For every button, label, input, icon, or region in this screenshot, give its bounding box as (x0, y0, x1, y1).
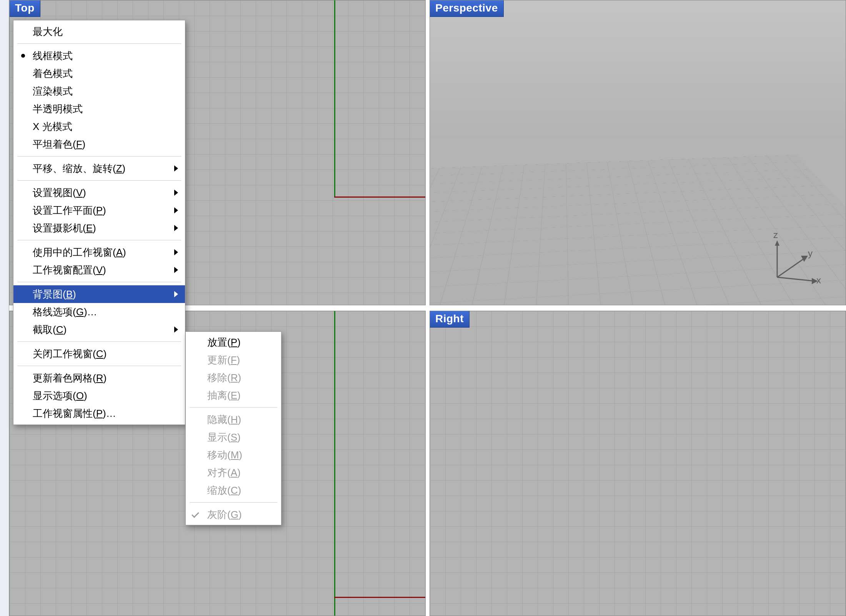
svg-marker-5 (801, 256, 808, 262)
radio-dot-icon (21, 54, 25, 58)
menu-flat-shade-label: 平坦着色(F) (33, 138, 178, 151)
menu-wireframe-label: 线框模式 (33, 49, 178, 63)
menu-ghosted-label: 半透明模式 (33, 102, 178, 116)
check-icon (192, 510, 199, 518)
gizmo-x-label: x (816, 275, 821, 286)
submenu-place-label: 放置(P) (207, 336, 274, 349)
gizmo-z-label: z (773, 230, 778, 240)
menu-grid-options[interactable]: 格线选项(G)… (13, 303, 185, 321)
background-bitmap-submenu: 放置(P) 更新(F) 移除(R) 抽离(E) 隐藏(H) 显示(S) 移动(M… (185, 331, 281, 525)
menu-set-view-label: 设置视图(V) (33, 186, 178, 200)
menu-xray[interactable]: X 光模式 (13, 118, 185, 135)
viewport-right[interactable]: Right (430, 311, 846, 616)
menu-ghosted[interactable]: 半透明模式 (13, 100, 185, 118)
menu-active-viewport[interactable]: 使用中的工作视窗(A) (13, 243, 185, 261)
submenu-update-label: 更新(F) (207, 353, 274, 367)
menu-close-viewport[interactable]: 关闭工作视窗(C) (13, 345, 185, 363)
submenu-show: 显示(S) (186, 428, 281, 446)
svg-line-2 (777, 277, 815, 281)
submenu-place[interactable]: 放置(P) (186, 333, 281, 351)
submenu-hide: 隐藏(H) (186, 411, 281, 428)
submenu-move: 移动(M) (186, 446, 281, 464)
menu-background-bitmap[interactable]: 背景图(B) (13, 285, 185, 303)
menu-sep-2 (17, 156, 181, 156)
axis-y-top (334, 0, 335, 196)
menu-maximize-label: 最大化 (33, 25, 178, 38)
menu-viewport-properties[interactable]: 工作视窗属性(P)… (13, 405, 185, 422)
menu-sep-5 (17, 282, 181, 282)
menu-shaded-label: 着色模式 (33, 67, 178, 80)
viewport-label-top-text: Top (15, 2, 35, 14)
submenu-move-label: 移动(M) (207, 448, 274, 462)
menu-maximize[interactable]: 最大化 (13, 23, 185, 40)
svg-line-4 (777, 258, 805, 277)
viewport-label-right-text: Right (435, 313, 464, 325)
submenu-remove-label: 移除(R) (207, 371, 274, 385)
menu-viewport-properties-label: 工作视窗属性(P)… (33, 407, 178, 420)
menu-refresh-shade-mesh[interactable]: 更新着色网格(R) (13, 369, 185, 387)
menu-sep-1 (17, 43, 181, 44)
menu-sep-3 (17, 180, 181, 181)
gizmo-y-label: y (808, 248, 813, 259)
submenu-scale: 缩放(C) (186, 481, 281, 499)
menu-display-options[interactable]: 显示选项(O) (13, 387, 185, 405)
menu-display-options-label: 显示选项(O) (33, 389, 178, 403)
viewport-label-perspective-text: Perspective (435, 2, 498, 14)
submenu-grayscale-label: 灰阶(G) (207, 508, 274, 521)
menu-xray-label: X 光模式 (33, 120, 178, 133)
axis-x-top (334, 196, 425, 198)
axis-gizmo: z y x (765, 232, 823, 290)
submenu-detach-label: 抽离(E) (207, 389, 274, 402)
menu-viewport-layout[interactable]: 工作视窗配置(V) (13, 261, 185, 279)
submenu-hide-label: 隐藏(H) (207, 413, 274, 426)
submenu-grayscale: 灰阶(G) (186, 506, 281, 523)
menu-grid-options-label: 格线选项(G)… (33, 305, 178, 319)
axis-x-front (334, 597, 425, 598)
viewport-right-grid (430, 311, 846, 616)
viewport-label-perspective[interactable]: Perspective (430, 0, 504, 17)
submenu-show-label: 显示(S) (207, 431, 274, 444)
menu-flat-shade[interactable]: 平坦着色(F) (13, 135, 185, 153)
menu-rendered[interactable]: 渲染模式 (13, 82, 185, 100)
menu-close-viewport-label: 关闭工作视窗(C) (33, 347, 178, 361)
viewport-label-right[interactable]: Right (430, 311, 470, 328)
svg-marker-1 (775, 240, 779, 246)
submenu-sep-2 (190, 502, 277, 503)
menu-set-view[interactable]: 设置视图(V) (13, 184, 185, 201)
viewport-context-menu: 最大化 线框模式 着色模式 渲染模式 半透明模式 X 光模式 平坦着色(F) 平… (13, 20, 185, 425)
menu-sep-7 (17, 366, 181, 366)
menu-viewport-layout-label: 工作视窗配置(V) (33, 263, 178, 277)
left-rail (0, 0, 9, 616)
menu-set-camera-label: 设置摄影机(E) (33, 221, 178, 235)
menu-active-viewport-label: 使用中的工作视窗(A) (33, 246, 178, 259)
menu-set-cplane-label: 设置工作平面(P) (33, 204, 178, 217)
viewport-label-top[interactable]: Top (10, 0, 40, 17)
viewport-perspective[interactable]: Perspective z y x (430, 0, 846, 305)
axis-y-front (334, 311, 335, 616)
menu-refresh-mesh-label: 更新着色网格(R) (33, 371, 178, 385)
submenu-sep-1 (190, 407, 277, 408)
submenu-remove: 移除(R) (186, 369, 281, 386)
menu-wireframe[interactable]: 线框模式 (13, 47, 185, 65)
submenu-scale-label: 缩放(C) (207, 484, 274, 497)
submenu-update: 更新(F) (186, 351, 281, 369)
submenu-align-label: 对齐(A) (207, 466, 274, 479)
menu-capture[interactable]: 截取(C) (13, 321, 185, 338)
menu-set-cplane[interactable]: 设置工作平面(P) (13, 201, 185, 219)
menu-set-camera[interactable]: 设置摄影机(E) (13, 219, 185, 237)
menu-pzr-label: 平移、缩放、旋转(Z) (33, 162, 178, 175)
menu-rendered-label: 渲染模式 (33, 85, 178, 98)
submenu-detach: 抽离(E) (186, 386, 281, 404)
menu-sep-4 (17, 240, 181, 240)
menu-sep-6 (17, 341, 181, 342)
menu-bg-label: 背景图(B) (33, 288, 178, 301)
submenu-align: 对齐(A) (186, 464, 281, 481)
menu-shaded[interactable]: 着色模式 (13, 65, 185, 82)
menu-pan-zoom-rotate[interactable]: 平移、缩放、旋转(Z) (13, 160, 185, 177)
menu-capture-label: 截取(C) (33, 323, 178, 336)
